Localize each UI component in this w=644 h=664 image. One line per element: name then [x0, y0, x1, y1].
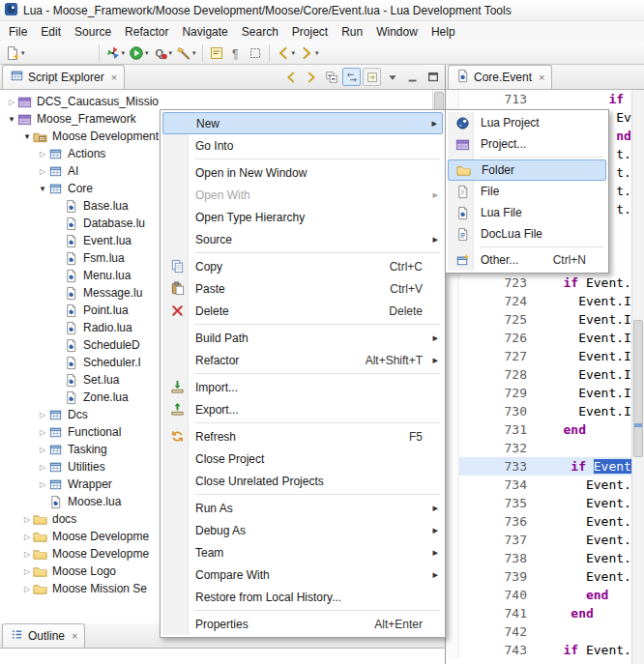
menu-item-refactor[interactable]: RefactorAlt+Shift+T▸	[162, 349, 443, 371]
line-number[interactable]: 726	[459, 329, 535, 347]
toolbar-forward-button[interactable]: ▾	[297, 43, 321, 64]
line-number[interactable]: 736	[459, 512, 535, 531]
code-text[interactable]: Event.I	[535, 329, 631, 347]
menubar-item-file[interactable]: File	[2, 23, 34, 41]
dropdown-caret-icon[interactable]: ▾	[21, 49, 25, 57]
menu-item-build-path[interactable]: Build Path▸	[162, 327, 443, 349]
code-text[interactable]: Event.I	[535, 476, 631, 494]
menu-item-go-into[interactable]: Go Into	[162, 134, 443, 157]
dropdown-caret-icon[interactable]: ▾	[292, 49, 296, 57]
code-line[interactable]: 736 Event.I	[446, 512, 631, 531]
code-text[interactable]: Event.I	[535, 549, 631, 567]
toolbar-show-whitespace-button[interactable]: ¶	[226, 43, 246, 64]
explorer-action-forward[interactable]	[302, 68, 320, 86]
menubar-item-project[interactable]: Project	[285, 23, 335, 41]
toolbar-back-button[interactable]: ▾	[274, 43, 298, 64]
code-line[interactable]: 735 Event.I	[446, 494, 631, 512]
toolbar-new-wizard-button[interactable]: ▾	[3, 43, 27, 64]
menubar-item-help[interactable]: Help	[424, 23, 462, 41]
explorer-action-back[interactable]	[281, 68, 300, 86]
code-text[interactable]: Event.I	[535, 347, 631, 365]
toolbar-block-selection-button[interactable]	[246, 43, 265, 64]
menu-item-delete[interactable]: DeleteDelete	[162, 300, 443, 322]
tab-core-event[interactable]: Core.Event ×	[448, 65, 552, 89]
annotation-ruler-cell[interactable]	[446, 402, 459, 420]
line-number[interactable]: 724	[459, 292, 535, 310]
collapsed-arrow-icon[interactable]: ▷	[37, 428, 48, 437]
menu-item-close-project[interactable]: Close Project	[162, 447, 443, 470]
collapsed-arrow-icon[interactable]: ▷	[6, 98, 17, 106]
code-text[interactable]: Event.I	[535, 494, 631, 512]
menu-item-folder[interactable]: Folder	[448, 159, 606, 181]
menu-item-source[interactable]: Source▸	[162, 228, 443, 250]
explorer-action-maximize[interactable]	[424, 68, 442, 86]
code-line[interactable]: 727 Event.I	[446, 347, 631, 365]
annotation-ruler-cell[interactable]	[446, 457, 459, 476]
toolbar-external-tools-button[interactable]: ▾	[103, 43, 128, 64]
menu-item-copy[interactable]: CopyCtrl+C	[162, 255, 443, 277]
code-text[interactable]: end	[535, 586, 631, 604]
code-line[interactable]: 728 Event.I	[446, 365, 631, 384]
code-line[interactable]: 713 if Ev	[446, 90, 631, 108]
explorer-action-minimize[interactable]	[403, 68, 422, 86]
code-line[interactable]: 740 end	[446, 586, 631, 604]
code-line[interactable]: 734 Event.I	[446, 476, 631, 494]
code-line[interactable]: 738 Event.I	[446, 549, 631, 567]
collapsed-arrow-icon[interactable]: ▷	[21, 585, 33, 593]
expanded-arrow-icon[interactable]: ▾	[37, 184, 48, 193]
editor-scrollbar-thumb[interactable]	[633, 320, 643, 458]
code-text[interactable]: Event.I	[535, 384, 631, 402]
collapsed-arrow-icon[interactable]: ▷	[37, 480, 48, 489]
menu-item-project[interactable]: Project...	[448, 133, 606, 155]
expanded-arrow-icon[interactable]: ▾	[6, 114, 17, 124]
code-line[interactable]: 725 Event.I	[446, 310, 631, 329]
code-text[interactable]: if Event.	[535, 274, 631, 292]
menu-item-close-unrelated-projects[interactable]: Close Unrelated Projects	[162, 470, 443, 492]
menubar-item-window[interactable]: Window	[369, 23, 424, 41]
line-number[interactable]: 740	[459, 586, 535, 604]
toolbar-mark-occurrences-button[interactable]	[207, 43, 226, 64]
code-line[interactable]: 741 end	[446, 604, 631, 622]
close-icon[interactable]: ×	[72, 630, 77, 642]
code-text[interactable]: if Event.ta	[535, 641, 631, 659]
collapsed-arrow-icon[interactable]: ▷	[21, 567, 33, 576]
toolbar-search-button[interactable]: ▾	[174, 43, 198, 64]
line-number[interactable]: 741	[459, 604, 535, 622]
code-line[interactable]: 737 Event.I	[446, 531, 631, 549]
annotation-ruler-cell[interactable]	[446, 420, 459, 439]
annotation-ruler-cell[interactable]	[446, 476, 459, 494]
tab-outline[interactable]: Outline ×	[2, 623, 85, 648]
menu-item-lua-file[interactable]: Lua File	[448, 202, 606, 223]
toolbar-run-button[interactable]: ▾	[127, 43, 151, 64]
code-text[interactable]: end	[535, 420, 631, 439]
menu-item-run-as[interactable]: Run As▸	[162, 497, 443, 519]
annotation-ruler-cell[interactable]	[446, 641, 459, 659]
line-number[interactable]: 743	[459, 641, 535, 659]
menu-item-paste[interactable]: PasteCtrl+V	[162, 277, 443, 300]
menu-item-restore-from-local-history[interactable]: Restore from Local History...	[162, 586, 443, 608]
explorer-action-link-with-editor[interactable]	[342, 68, 361, 86]
menu-item-export[interactable]: Export...	[162, 398, 443, 420]
line-number[interactable]: 725	[459, 310, 535, 329]
code-line[interactable]: 731 end	[446, 420, 631, 439]
line-number[interactable]: 735	[459, 494, 535, 512]
annotation-ruler-cell[interactable]	[446, 292, 459, 310]
dropdown-caret-icon[interactable]: ▾	[122, 49, 126, 57]
annotation-ruler-cell[interactable]	[446, 494, 459, 512]
annotation-ruler-cell[interactable]	[446, 274, 459, 292]
code-line[interactable]: 730 Event.I	[446, 402, 631, 420]
code-text[interactable]: Event.I	[535, 531, 631, 549]
menubar-item-edit[interactable]: Edit	[34, 23, 68, 41]
collapsed-arrow-icon[interactable]: ▷	[21, 533, 33, 541]
menubar-item-navigate[interactable]: Navigate	[175, 23, 234, 41]
code-line[interactable]: 729 Event.I	[446, 384, 631, 402]
menu-item-properties[interactable]: PropertiesAlt+Enter	[162, 613, 443, 635]
line-number[interactable]: 727	[459, 347, 535, 365]
menubar-item-run[interactable]: Run	[335, 23, 369, 41]
annotation-ruler-cell[interactable]	[446, 531, 459, 549]
line-number[interactable]: 739	[459, 567, 535, 586]
annotation-ruler-cell[interactable]	[446, 549, 459, 567]
collapsed-arrow-icon[interactable]: ▷	[37, 150, 48, 159]
line-number[interactable]: 734	[459, 476, 535, 494]
dropdown-caret-icon[interactable]: ▾	[315, 49, 319, 57]
